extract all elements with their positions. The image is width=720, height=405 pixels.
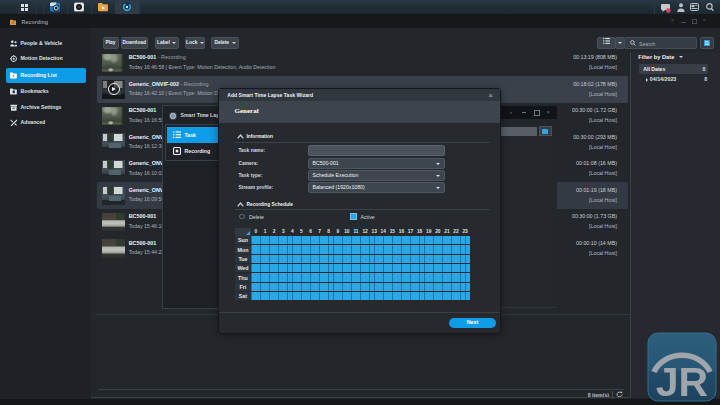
svg-text:JR: JR (656, 359, 708, 402)
